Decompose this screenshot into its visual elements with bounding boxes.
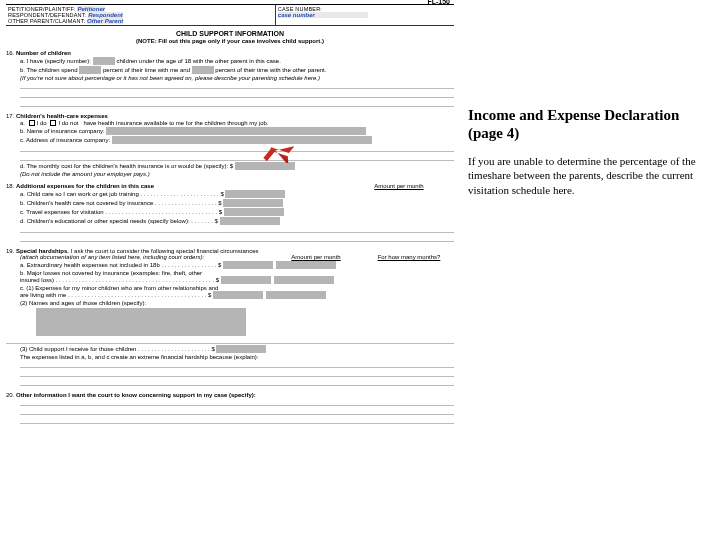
amount-header: Amount per month [276,254,356,260]
s19-c3: (3) Child support I receive for those ch… [20,346,210,352]
months-header: For how many months? [364,254,454,260]
svg-marker-1 [263,148,275,162]
form-title: CHILD SUPPORT INFORMATION [6,30,454,37]
write-line[interactable] [20,360,454,368]
write-line[interactable] [20,398,454,406]
annotation-title: Income and Expense Declaration (page 4) [468,106,708,142]
write-line[interactable] [20,407,454,415]
s18-a: a. Child care so I can work or get job t… [20,191,219,197]
write-line[interactable] [20,144,454,152]
section-19: 19. Special hardships. I ask the court t… [6,248,454,386]
s16-a2: children under the age of 18 with the ot… [116,58,280,64]
fill-field[interactable] [224,208,284,216]
s18-b: b. Children's health care not covered by… [20,200,217,206]
checkbox-do[interactable] [29,120,35,126]
s17-heading: Children's health-care expenses [16,113,108,119]
s16-b1: b. The children spend [20,67,78,73]
s19-sub: (attach documentation of any item listed… [20,254,204,260]
write-line[interactable] [20,369,454,377]
write-line[interactable] [20,90,454,98]
fill-field[interactable] [221,276,271,284]
fill-field[interactable] [223,261,273,269]
fill-field[interactable] [93,57,115,65]
s16-a1: a. I have (specify number): [20,58,91,64]
amount-header: Amount per month [344,183,454,189]
section-16: 16. Number of children a. I have (specif… [6,50,454,107]
s19-c2: (2) Names and ages of those children (sp… [20,300,454,306]
write-line[interactable] [20,234,454,242]
fill-field[interactable] [213,291,263,299]
write-line[interactable] [20,153,454,161]
fill-field[interactable] [79,66,101,74]
checkbox-donot[interactable] [50,120,56,126]
write-line[interactable] [20,99,454,107]
s17-a2: have health insurance available to me fo… [83,120,268,126]
fill-field[interactable] [220,217,280,225]
s17-b: b. Name of insurance company: [20,128,105,134]
section-20: 20. Other information I want the court t… [6,392,454,424]
fill-field[interactable] [225,190,285,198]
s18-d: d. Children's educational or other speci… [20,218,213,224]
write-line[interactable] [20,378,454,386]
fill-field[interactable] [274,276,334,284]
fill-field[interactable] [223,199,283,207]
write-line[interactable] [20,81,454,89]
write-line[interactable] [20,225,454,233]
write-line[interactable] [20,416,454,424]
other-parent-value: Other Parent [87,18,123,24]
fill-field[interactable] [106,127,366,135]
s16-b2: percent of their time with me and [103,67,190,73]
other-parent-label: OTHER PARENT/CLAIMANT: [8,18,85,24]
case-header: PETITIONER/PLAINTIFF: Petitioner RESPOND… [6,4,454,26]
s17-a-label: a. [20,120,25,126]
s16-b3: percent of their time with the other par… [215,67,326,73]
section-17: 17. Children's health-care expenses a. I… [6,113,454,177]
s17-do: I do [37,120,47,126]
s18-heading: Additional expenses for the children in … [16,183,154,189]
fill-block[interactable] [36,308,246,336]
s17-d: d. The monthly cost for the children's h… [20,163,233,169]
s17-donot: I do not [58,120,78,126]
s19-b: b. Major losses not covered by insurance… [20,270,214,283]
s19-a: a. Extraordinary health expenses not inc… [20,262,216,268]
form-page: FL-150 PETITIONER/PLAINTIFF: Petitioner … [6,4,454,536]
form-note: (NOTE: Fill out this page only if your c… [6,38,454,44]
s20-heading: Other information I want the court to kn… [16,392,256,398]
callout-arrow-icon [260,139,294,167]
s18-c: c. Travel expenses for visitation . . . … [20,209,217,215]
fill-field[interactable] [276,261,336,269]
fill-field[interactable] [192,66,214,74]
s17-dnote: (Do not include the amount your employer… [20,171,454,177]
s16-heading: Number of children [16,50,71,56]
fill-field[interactable] [112,136,372,144]
annotation-body: If you are unable to determine the perce… [468,154,708,197]
annotation-panel: Income and Expense Declaration (page 4) … [460,0,716,203]
s19-c1: c. (1) Expenses for my minor children wh… [20,285,218,298]
form-code: FL-150 [427,0,450,5]
write-line[interactable] [6,336,454,344]
section-18: 18. Additional expenses for the children… [6,183,454,242]
fill-field[interactable] [216,345,266,353]
case-number-value: case number [278,12,368,18]
fill-field[interactable] [266,291,326,299]
s17-c: c. Address of insurance company: [20,137,110,143]
